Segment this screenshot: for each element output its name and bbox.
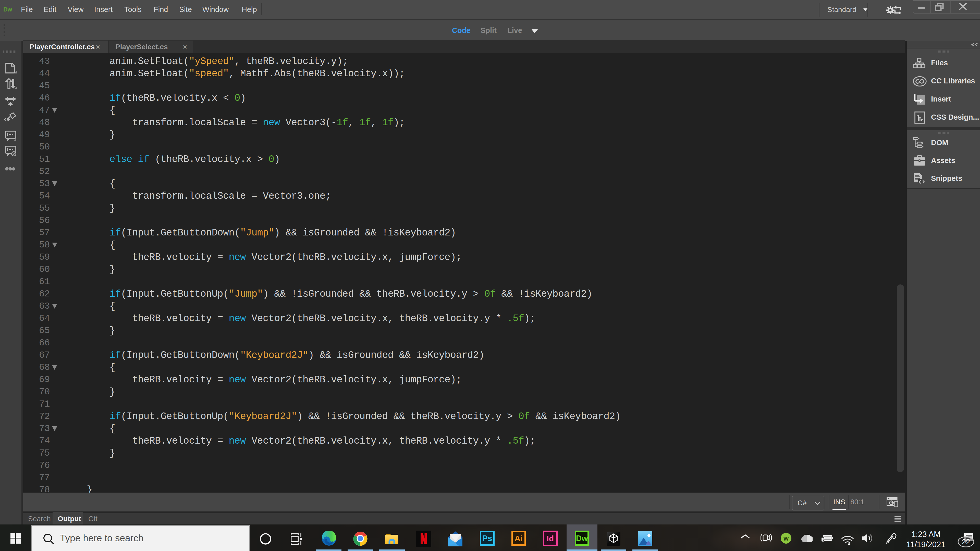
svg-text:w: w [783, 534, 789, 542]
svg-text:22: 22 [962, 538, 970, 546]
